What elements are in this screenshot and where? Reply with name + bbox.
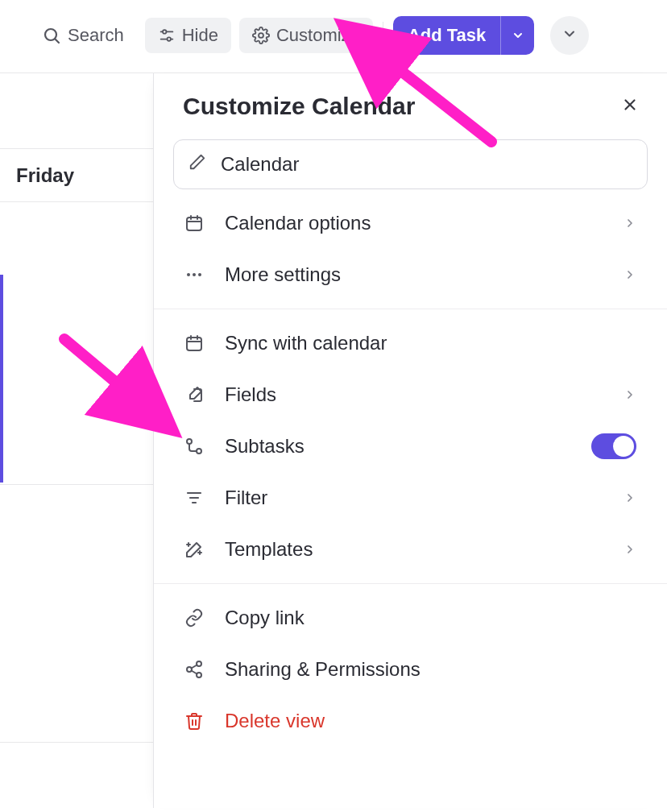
svg-line-32 xyxy=(192,665,197,669)
more-settings-row[interactable]: More settings xyxy=(173,249,648,300)
svg-rect-9 xyxy=(187,218,201,230)
ellipsis-icon xyxy=(184,265,207,284)
chevron-down-icon xyxy=(561,26,578,45)
panel-header: Customize Calendar xyxy=(154,73,667,131)
close-button[interactable] xyxy=(617,93,643,119)
view-name-input[interactable]: Calendar xyxy=(173,139,648,189)
link-icon xyxy=(184,608,207,628)
trash-icon xyxy=(184,711,207,731)
chevron-right-icon xyxy=(624,217,636,230)
view-name-value: Calendar xyxy=(221,153,299,176)
hide-label: Hide xyxy=(182,25,218,46)
sliders-icon xyxy=(158,27,176,44)
subtasks-toggle[interactable] xyxy=(591,433,636,459)
delete-view-row[interactable]: Delete view xyxy=(173,695,648,747)
calendar-options-row[interactable]: Calendar options xyxy=(173,197,648,249)
fields-label: Fields xyxy=(225,383,606,406)
close-icon xyxy=(621,96,639,117)
calendar-options-label: Calendar options xyxy=(225,212,606,234)
more-menu-button[interactable] xyxy=(550,16,589,55)
chevron-right-icon xyxy=(624,268,636,281)
svg-point-14 xyxy=(193,273,196,276)
svg-point-13 xyxy=(187,273,190,276)
calendar-icon xyxy=(184,334,207,353)
subtasks-label: Subtasks xyxy=(225,435,574,458)
stage: Friday Customize Calendar Calendar xyxy=(0,73,667,808)
customize-button[interactable]: Customize xyxy=(239,18,373,53)
customize-label: Customize xyxy=(276,25,360,46)
toolbar: Search Hide Customize Add Task xyxy=(0,0,667,73)
subtasks-row[interactable]: Subtasks xyxy=(173,420,648,472)
gear-icon xyxy=(252,27,270,44)
templates-row[interactable]: Templates xyxy=(173,524,648,575)
fields-row[interactable]: Fields xyxy=(173,369,648,420)
sync-label: Sync with calendar xyxy=(225,332,636,354)
filter-row[interactable]: Filter xyxy=(173,472,648,524)
edit-square-icon xyxy=(184,385,207,404)
day-label: Friday xyxy=(16,164,74,187)
panel-title: Customize Calendar xyxy=(183,93,415,120)
add-task-label: Add Task xyxy=(393,25,500,46)
chevron-right-icon xyxy=(624,388,636,401)
section-view: Sync with calendar Fields Subtasks xyxy=(154,309,667,583)
add-task-dropdown[interactable] xyxy=(500,16,534,55)
filter-icon xyxy=(184,488,207,508)
sync-calendar-row[interactable]: Sync with calendar xyxy=(173,317,648,369)
copy-link-row[interactable]: Copy link xyxy=(173,592,648,644)
share-icon xyxy=(184,660,207,679)
pencil-icon xyxy=(188,153,206,176)
today-indicator xyxy=(0,275,3,483)
hide-button[interactable]: Hide xyxy=(145,18,231,53)
sharing-label: Sharing & Permissions xyxy=(225,658,636,681)
calendar-icon xyxy=(184,213,207,233)
filter-label: Filter xyxy=(225,487,606,509)
customize-panel: Customize Calendar Calendar Calendar opt… xyxy=(153,73,667,808)
search-icon xyxy=(42,26,61,45)
svg-point-15 xyxy=(198,273,201,276)
subtasks-icon xyxy=(184,437,207,456)
svg-rect-16 xyxy=(187,338,201,350)
copy-link-label: Copy link xyxy=(225,607,636,629)
wand-icon xyxy=(184,540,207,559)
toolbar-divider xyxy=(383,22,383,49)
search-label: Search xyxy=(68,25,124,46)
section-general: Calendar Calendar options More settings xyxy=(154,131,667,309)
chevron-right-icon xyxy=(624,543,636,556)
section-actions: Copy link Sharing & Permissions Delete v… xyxy=(154,583,667,755)
toggle-on-icon xyxy=(591,433,636,459)
svg-line-33 xyxy=(192,671,197,674)
delete-label: Delete view xyxy=(225,710,636,732)
sharing-row[interactable]: Sharing & Permissions xyxy=(173,644,648,695)
more-settings-label: More settings xyxy=(225,263,606,286)
svg-point-5 xyxy=(167,37,170,40)
calendar-backdrop: Friday xyxy=(0,73,153,808)
svg-point-6 xyxy=(259,33,263,38)
search-button[interactable]: Search xyxy=(29,18,137,53)
add-task-button[interactable]: Add Task xyxy=(393,16,534,55)
day-header: Friday xyxy=(0,149,153,202)
chevron-right-icon xyxy=(624,491,636,504)
svg-line-1 xyxy=(55,39,59,43)
svg-point-3 xyxy=(163,30,166,33)
templates-label: Templates xyxy=(225,538,606,561)
